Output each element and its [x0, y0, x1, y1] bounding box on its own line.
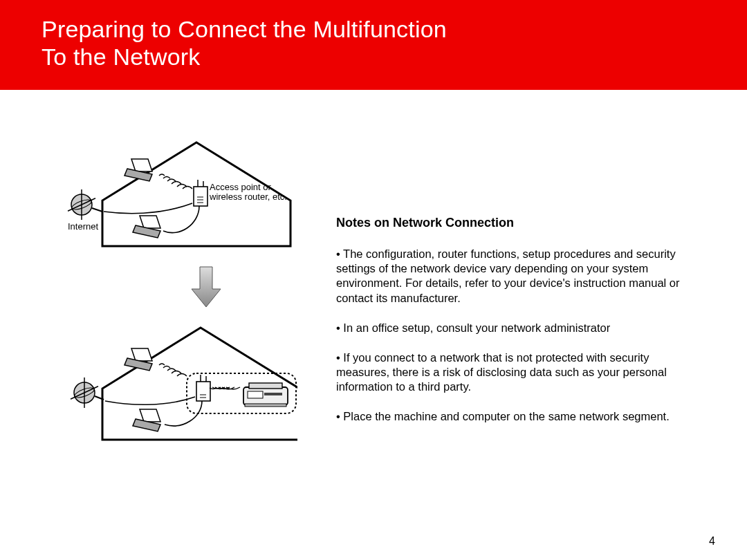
note-item: • If you connect to a network that is no… — [336, 351, 706, 394]
svg-line-5 — [92, 208, 102, 212]
access-point-label-2: wireless router, etc. — [210, 192, 287, 202]
svg-rect-26 — [264, 393, 282, 395]
diagram-column: Internet Access point or wireless router… — [42, 133, 297, 449]
svg-rect-24 — [249, 383, 282, 389]
svg-rect-6 — [194, 187, 208, 206]
page-header: Preparing to Connect the Multifunction T… — [0, 0, 747, 90]
note-item: • Place the machine and computer on the … — [336, 409, 706, 424]
header-line-1: Preparing to Connect the Multifunction — [42, 15, 747, 43]
header-line-2: To the Network — [42, 43, 747, 71]
svg-rect-25 — [248, 391, 263, 398]
down-arrow-icon — [190, 265, 222, 310]
notes-heading: Notes on Network Connection — [336, 216, 706, 230]
content-area: Internet Access point or wireless router… — [0, 90, 747, 449]
note-item: • The configuration, router functions, s… — [336, 247, 706, 305]
svg-rect-18 — [196, 382, 210, 401]
notes-column: Notes on Network Connection • The config… — [336, 133, 706, 449]
note-item: • In an office setup, consult your netwo… — [336, 321, 706, 335]
internet-label: Internet — [68, 222, 98, 232]
network-house-bottom-icon — [42, 319, 297, 447]
page-number: 4 — [709, 535, 715, 548]
svg-rect-27 — [245, 404, 286, 407]
network-diagram: Internet Access point or wireless router… — [42, 134, 297, 449]
